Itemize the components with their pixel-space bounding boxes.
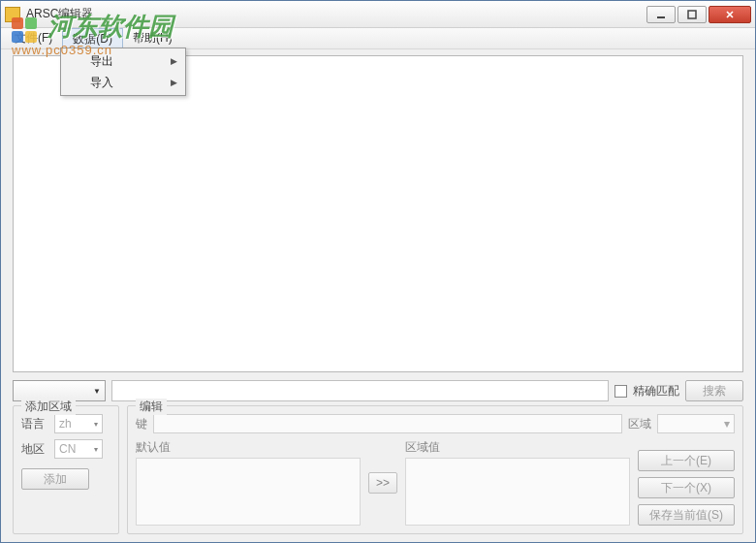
prev-button[interactable]: 上一个(E) <box>638 450 735 471</box>
svg-rect-1 <box>688 11 696 18</box>
bottom-panels: 添加区域 语言 zh▾ 地区 CN▾ 添加 编辑 键 区域 ▾ 默认值 <box>1 405 755 542</box>
search-input[interactable] <box>111 380 609 401</box>
language-label: 语言 <box>21 416 50 432</box>
search-button[interactable]: 搜索 <box>685 380 743 401</box>
svg-rect-0 <box>657 16 665 18</box>
search-row: ▼ 精确匹配 搜索 <box>1 376 755 405</box>
main-content-area <box>13 55 743 372</box>
language-combo[interactable]: zh▾ <box>54 414 103 433</box>
chevron-down-icon: ▾ <box>94 445 98 454</box>
add-region-group: 添加区域 语言 zh▾ 地区 CN▾ 添加 <box>13 405 119 534</box>
region-label: 地区 <box>21 441 50 458</box>
key-label: 键 <box>136 416 147 432</box>
nav-buttons-column: 上一个(E) 下一个(X) 保存当前值(S) <box>638 439 735 526</box>
window-title: ARSC编辑器 <box>26 6 646 22</box>
copy-button[interactable]: >> <box>368 472 397 494</box>
window-buttons <box>646 6 751 23</box>
minimize-button[interactable] <box>646 6 676 23</box>
exact-match-checkbox[interactable] <box>614 385 627 398</box>
save-button[interactable]: 保存当前值(S) <box>638 504 735 526</box>
copy-column: >> <box>368 439 397 526</box>
default-value-box: 默认值 <box>136 439 361 526</box>
chevron-down-icon: ▼ <box>93 387 101 396</box>
menubar: 文件(F) 数据(D) 帮助(H) <box>1 28 755 49</box>
chevron-down-icon: ▾ <box>94 420 98 429</box>
edit-title: 编辑 <box>136 399 167 415</box>
add-region-title: 添加区域 <box>21 399 76 415</box>
submenu-arrow-icon: ▶ <box>171 78 177 87</box>
region-value-textarea[interactable] <box>405 458 630 526</box>
region-value-box: 区域值 <box>405 439 630 526</box>
titlebar: ARSC编辑器 <box>1 1 755 28</box>
add-button[interactable]: 添加 <box>21 468 89 490</box>
close-button[interactable] <box>709 6 751 23</box>
edit-top-row: 键 区域 ▾ <box>136 414 735 433</box>
chevron-down-icon: ▾ <box>724 417 730 431</box>
edit-region-label: 区域 <box>628 416 651 432</box>
default-value-textarea[interactable] <box>136 458 361 526</box>
exact-match-label: 精确匹配 <box>633 383 679 399</box>
region-combo[interactable]: CN▾ <box>54 439 103 459</box>
menu-data[interactable]: 数据(D) <box>62 28 123 48</box>
menu-file[interactable]: 文件(F) <box>5 28 62 48</box>
submenu-arrow-icon: ▶ <box>171 56 177 66</box>
default-value-label: 默认值 <box>136 439 361 456</box>
app-icon <box>5 7 20 22</box>
maximize-button[interactable] <box>677 6 707 23</box>
menu-export[interactable]: 导出 ▶ <box>63 50 183 72</box>
menu-help[interactable]: 帮助(H) <box>123 28 182 48</box>
edit-region-combo[interactable]: ▾ <box>657 414 735 433</box>
next-button[interactable]: 下一个(X) <box>638 477 735 498</box>
data-menu-dropdown: 导出 ▶ 导入 ▶ <box>60 48 186 96</box>
edit-group: 编辑 键 区域 ▾ 默认值 >> 区域值 <box>127 405 743 534</box>
key-input[interactable] <box>153 414 622 433</box>
edit-bottom-row: 默认值 >> 区域值 上一个(E) 下一个(X) 保存当前值(S) <box>136 439 735 526</box>
region-value-label: 区域值 <box>405 439 630 456</box>
menu-import[interactable]: 导入 ▶ <box>63 72 183 93</box>
